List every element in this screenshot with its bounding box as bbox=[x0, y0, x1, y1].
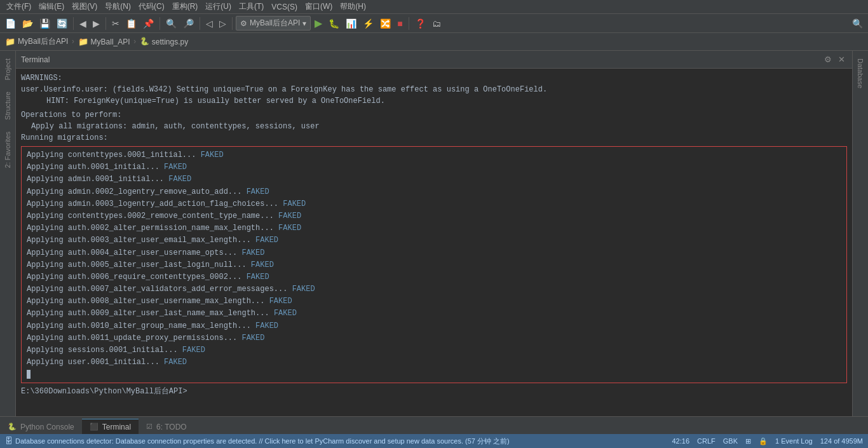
migration-line-4: Applying admin.0003_logentry_add_action_… bbox=[27, 198, 841, 210]
tab-terminal[interactable]: ⬛ Terminal bbox=[82, 419, 139, 434]
sidebar-tab-favorites[interactable]: 2: Favorites bbox=[1, 126, 14, 173]
migration-line-6: Applying auth.0002_alter_permission_name… bbox=[27, 222, 841, 234]
migration-line-3: Applying admin.0002_logentry_remove_auto… bbox=[27, 186, 841, 198]
search-everywhere-button[interactable]: 🔍 bbox=[850, 17, 865, 30]
migration-line-5: Applying contenttypes.0002_remove_conten… bbox=[27, 210, 841, 222]
warning-section: WARNINGS: user.Userinfo.user: (fields.W3… bbox=[21, 72, 847, 107]
menu-navigate[interactable]: 导航(N) bbox=[101, 0, 135, 13]
concurrency-button[interactable]: 🔀 bbox=[377, 17, 393, 30]
profile-button[interactable]: ⚡ bbox=[360, 17, 376, 30]
breadcrumb-project[interactable]: MyBall后台API bbox=[18, 36, 68, 47]
nav-back-button[interactable]: ◁ bbox=[203, 17, 215, 30]
toolbar: 📄 📂 💾 🔄 ◀ ▶ ✂ 📋 📌 🔍 🔎 ◁ ▷ ⚙ MyBall后台API … bbox=[0, 14, 868, 33]
tab-todo[interactable]: ☑ 6: TODO bbox=[139, 419, 194, 434]
operations-label: Operations to perform: bbox=[21, 109, 847, 121]
menu-view[interactable]: 视图(V) bbox=[68, 0, 101, 13]
settings-file-icon: 🐍 bbox=[140, 37, 149, 46]
sidebar-tab-project[interactable]: Project bbox=[1, 53, 14, 85]
faked-8: FAKED bbox=[241, 248, 264, 257]
migration-line-15: Applying auth.0011_update_proxy_permissi… bbox=[27, 332, 841, 344]
run-config-label: MyBall后台API bbox=[250, 18, 300, 29]
separator-1 bbox=[73, 17, 74, 30]
warning-line-1: user.Userinfo.user: (fields.W342) Settin… bbox=[21, 84, 847, 95]
tab-terminal-label: Terminal bbox=[102, 423, 131, 431]
project-structure-button[interactable]: 🗂 bbox=[430, 17, 444, 30]
line-ending[interactable]: CRLF bbox=[697, 437, 715, 445]
faked-16: FAKED bbox=[182, 346, 205, 355]
migration-line-13: Applying auth.0009_alter_user_last_name_… bbox=[27, 308, 841, 320]
faked-13: FAKED bbox=[274, 309, 297, 318]
menu-code[interactable]: 代码(C) bbox=[135, 0, 168, 13]
paste-button[interactable]: 📌 bbox=[140, 17, 156, 30]
menu-tools[interactable]: 工具(T) bbox=[235, 0, 268, 13]
sidebar-tab-structure[interactable]: Structure bbox=[1, 86, 14, 125]
status-right: 42:16 CRLF GBK ⊞ 🔒 1 Event Log 124 of 49… bbox=[672, 437, 864, 445]
breadcrumb-sep-2: › bbox=[133, 37, 137, 46]
sync-button[interactable]: 🔄 bbox=[54, 17, 70, 30]
menu-file[interactable]: 文件(F) bbox=[3, 0, 35, 13]
menu-window[interactable]: 窗口(W) bbox=[301, 0, 336, 13]
warning-label: WARNINGS: bbox=[21, 72, 847, 84]
right-sidebar: Database bbox=[852, 51, 868, 416]
run-config-dropdown[interactable]: ⚙ MyBall后台API ▾ bbox=[236, 16, 311, 31]
breadcrumb-file[interactable]: settings.py bbox=[152, 37, 188, 46]
migration-line-14: Applying auth.0010_alter_group_name_max_… bbox=[27, 320, 841, 332]
faked-7: FAKED bbox=[255, 236, 278, 245]
faked-0: FAKED bbox=[201, 151, 224, 160]
faked-17: FAKED bbox=[164, 358, 187, 367]
new-file-button[interactable]: 📄 bbox=[3, 17, 18, 30]
sidebar-tab-database[interactable]: Database bbox=[854, 53, 867, 93]
open-button[interactable]: 📂 bbox=[20, 17, 36, 30]
menu-edit[interactable]: 编辑(E) bbox=[35, 0, 68, 13]
menu-refactor[interactable]: 重构(R) bbox=[168, 0, 202, 13]
terminal-output[interactable]: WARNINGS: user.Userinfo.user: (fields.W3… bbox=[16, 69, 852, 416]
find-button[interactable]: 🔍 bbox=[163, 17, 179, 30]
tab-todo-label: 6: TODO bbox=[156, 423, 187, 431]
tab-python-console[interactable]: 🐍 Python Console bbox=[0, 419, 82, 434]
sdk-button[interactable]: ❓ bbox=[412, 17, 428, 30]
terminal-cursor bbox=[27, 370, 31, 379]
run-config-icon: ⚙ bbox=[240, 19, 247, 28]
status-message[interactable]: 🗄 Database connections detector: Databas… bbox=[5, 437, 672, 446]
faked-9: FAKED bbox=[251, 261, 274, 269]
faked-10: FAKED bbox=[247, 273, 269, 282]
project-folder-icon: 📁 bbox=[5, 37, 15, 47]
coverage-button[interactable]: 📊 bbox=[343, 17, 359, 30]
terminal-settings-button[interactable]: ⚙ bbox=[822, 54, 834, 65]
stop-button[interactable]: ■ bbox=[395, 17, 405, 30]
migration-line-9: Applying auth.0005_alter_user_last_login… bbox=[27, 259, 841, 271]
nav-forward-button[interactable]: ▷ bbox=[217, 17, 229, 30]
breadcrumb-module[interactable]: MyBall_API bbox=[91, 37, 130, 46]
migration-line-16: Applying sessions.0001_initial... FAKED bbox=[27, 344, 841, 356]
menu-vcs[interactable]: VCS(S) bbox=[268, 1, 301, 13]
migration-line-0: Applying contenttypes.0001_initial... FA… bbox=[27, 149, 841, 161]
findmore-button[interactable]: 🔎 bbox=[180, 17, 196, 30]
cursor-line bbox=[27, 369, 841, 380]
separator-3 bbox=[159, 17, 160, 30]
run-button[interactable]: ▶ bbox=[312, 16, 325, 31]
left-sidebar: Project Structure 2: Favorites bbox=[0, 51, 16, 416]
back-button[interactable]: ◀ bbox=[77, 17, 89, 30]
migration-line-17: Applying user.0001_initial... FAKED bbox=[27, 356, 841, 369]
terminal-container: Terminal ⚙ ✕ WARNINGS: user.Userinfo.use… bbox=[16, 51, 852, 416]
status-bar: 🗄 Database connections detector: Databas… bbox=[0, 434, 868, 448]
debug-button[interactable]: 🐛 bbox=[326, 17, 342, 30]
dropdown-arrow-icon: ▾ bbox=[302, 19, 306, 28]
breadcrumb-sep-1: › bbox=[71, 37, 75, 46]
copy-button[interactable]: 📋 bbox=[123, 17, 139, 30]
separator-5 bbox=[232, 17, 233, 30]
cut-button[interactable]: ✂ bbox=[109, 17, 122, 30]
save-button[interactable]: 💾 bbox=[37, 17, 53, 30]
migration-line-2: Applying admin.0001_initial... FAKED bbox=[27, 173, 841, 186]
forward-button[interactable]: ▶ bbox=[90, 17, 102, 30]
terminal-header: Terminal ⚙ ✕ bbox=[16, 51, 852, 69]
menu-help[interactable]: 帮助(H) bbox=[336, 0, 370, 13]
faked-5: FAKED bbox=[278, 212, 301, 221]
faked-6: FAKED bbox=[278, 224, 301, 233]
encoding[interactable]: GBK bbox=[723, 437, 738, 445]
menu-run[interactable]: 运行(U) bbox=[201, 0, 235, 13]
terminal-close-button[interactable]: ✕ bbox=[836, 54, 847, 65]
separator-6 bbox=[409, 17, 409, 30]
module-folder-icon: 📁 bbox=[78, 37, 88, 47]
event-log[interactable]: 1 Event Log bbox=[775, 437, 813, 445]
